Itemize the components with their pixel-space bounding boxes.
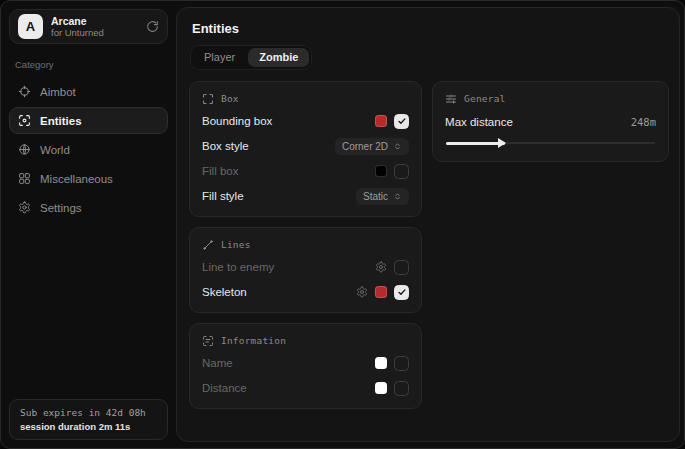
max-distance-slider[interactable] xyxy=(446,137,655,149)
sidebar-item-label: Settings xyxy=(40,202,82,214)
sidebar-item-aimbot[interactable]: Aimbot xyxy=(9,78,168,105)
right-column: General Max distance 248m xyxy=(432,81,669,162)
app-subtitle: for Unturned xyxy=(51,27,138,38)
max-distance-value: 248m xyxy=(631,116,656,128)
setting-row-fill-box: Fill box xyxy=(202,161,409,181)
sidebar-item-label: Miscellaneous xyxy=(40,173,113,185)
chevrons-up-down-icon xyxy=(393,192,402,201)
checkbox[interactable] xyxy=(394,356,409,371)
setting-row-fill-style: Fill style Static xyxy=(202,186,409,206)
setting-label: Bounding box xyxy=(202,115,272,127)
sidebar-item-label: Entities xyxy=(40,115,82,127)
setting-label: Skeleton xyxy=(202,286,247,298)
color-swatch[interactable] xyxy=(375,115,387,127)
main-panel: Entities Player Zombie Box Bounding box xyxy=(176,7,680,442)
information-card: Information Name Distance xyxy=(189,323,422,409)
setting-label: Fill box xyxy=(202,165,238,177)
setting-row-name: Name xyxy=(202,353,409,373)
card-title: General xyxy=(464,93,505,104)
setting-row-box-style: Box style Corner 2D xyxy=(202,136,409,156)
fill-style-select[interactable]: Static xyxy=(356,188,409,205)
entities-scan-icon xyxy=(18,114,31,127)
subscription-card: Sub expires in 42d 08h session duration … xyxy=(9,399,168,440)
checkbox[interactable] xyxy=(394,381,409,396)
general-card: General Max distance 248m xyxy=(432,81,669,162)
app-name: Arcane xyxy=(51,15,138,28)
crosshair-icon xyxy=(18,85,31,98)
lines-card: Lines Line to enemy Skeleton xyxy=(189,227,422,313)
app-window: A Arcane for Unturned Category Aimbot En… xyxy=(0,0,685,449)
brand-card: A Arcane for Unturned xyxy=(9,9,168,44)
setting-label: Fill style xyxy=(202,190,244,202)
skeleton-config-gear-icon[interactable] xyxy=(356,286,368,298)
scan-text-icon xyxy=(202,335,214,347)
checkbox[interactable] xyxy=(394,164,409,179)
chevrons-up-down-icon xyxy=(393,142,402,151)
color-swatch[interactable] xyxy=(375,357,387,369)
sidebar: A Arcane for Unturned Category Aimbot En… xyxy=(1,1,176,448)
information-card-header: Information xyxy=(202,333,409,348)
setting-row-line-to-enemy: Line to enemy xyxy=(202,257,409,277)
box-card: Box Bounding box Box style Corner 2D xyxy=(189,81,422,217)
session-duration-text: session duration 2m 11s xyxy=(20,421,157,432)
brand-text: Arcane for Unturned xyxy=(51,15,138,39)
entity-tabs: Player Zombie xyxy=(190,45,312,70)
select-value: Corner 2D xyxy=(342,141,388,152)
setting-row-bounding-box: Bounding box xyxy=(202,111,409,131)
card-title: Information xyxy=(221,335,286,346)
general-card-header: General xyxy=(445,91,656,106)
line-config-gear-icon[interactable] xyxy=(375,261,387,273)
slider-thumb[interactable] xyxy=(498,138,506,148)
card-title: Lines xyxy=(221,239,251,250)
sliders-icon xyxy=(445,93,457,105)
category-label: Category xyxy=(15,59,162,70)
box-card-header: Box xyxy=(202,91,409,106)
sub-expiry-text: Sub expires in 42d 08h xyxy=(20,407,157,418)
sidebar-item-entities[interactable]: Entities xyxy=(9,107,168,134)
sidebar-item-settings[interactable]: Settings xyxy=(9,194,168,221)
card-title: Box xyxy=(221,93,239,104)
setting-label: Name xyxy=(202,357,233,369)
app-logo: A xyxy=(18,14,43,39)
grid-icon xyxy=(18,172,31,185)
sync-icon[interactable] xyxy=(146,20,159,33)
setting-row-skeleton: Skeleton xyxy=(202,282,409,302)
slider-fill xyxy=(446,142,505,145)
box-style-select[interactable]: Corner 2D xyxy=(335,138,409,155)
setting-row-distance: Distance xyxy=(202,378,409,398)
setting-row-max-distance: Max distance 248m xyxy=(445,112,656,132)
setting-label: Line to enemy xyxy=(202,261,274,273)
tab-zombie[interactable]: Zombie xyxy=(248,48,309,67)
setting-label: Max distance xyxy=(445,116,513,128)
sidebar-item-miscellaneous[interactable]: Miscellaneous xyxy=(9,165,168,192)
diagonal-line-icon xyxy=(202,239,214,251)
sidebar-item-world[interactable]: World xyxy=(9,136,168,163)
sidebar-item-label: Aimbot xyxy=(40,86,76,98)
globe-icon xyxy=(18,143,31,156)
box-corners-icon xyxy=(202,93,214,105)
color-swatch[interactable] xyxy=(375,286,387,298)
lines-card-header: Lines xyxy=(202,237,409,252)
gear-icon xyxy=(18,201,31,214)
checkbox[interactable] xyxy=(394,114,409,129)
sidebar-item-label: World xyxy=(40,144,70,156)
settings-columns: Box Bounding box Box style Corner 2D xyxy=(189,81,669,409)
select-value: Static xyxy=(363,191,388,202)
left-column: Box Bounding box Box style Corner 2D xyxy=(189,81,422,409)
checkbox[interactable] xyxy=(394,285,409,300)
color-swatch[interactable] xyxy=(375,382,387,394)
setting-label: Box style xyxy=(202,140,249,152)
checkbox[interactable] xyxy=(394,260,409,275)
tab-player[interactable]: Player xyxy=(193,48,246,67)
color-swatch[interactable] xyxy=(375,165,387,177)
setting-label: Distance xyxy=(202,382,247,394)
page-title: Entities xyxy=(192,21,669,36)
